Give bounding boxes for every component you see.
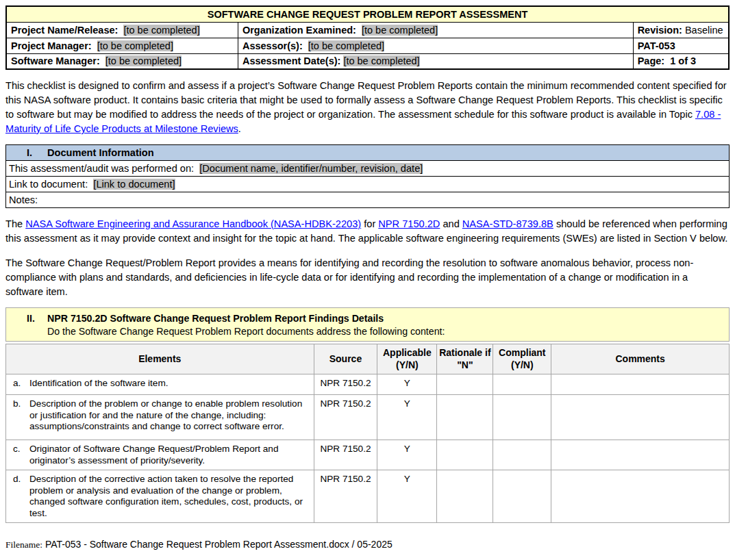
project-name-label: Project Name/Release: xyxy=(11,25,118,36)
organization-cell: Organization Examined: [to be completed] xyxy=(238,22,633,38)
comments-cell[interactable] xyxy=(551,374,730,395)
section1-number: I. xyxy=(27,147,47,158)
section1-title: Document Information xyxy=(47,147,154,158)
nasa-std-link[interactable]: NASA-STD-8739.8B xyxy=(462,218,553,229)
intro-text-end: . xyxy=(238,123,241,134)
document-header-table: SOFTWARE CHANGE REQUEST PROBLEM REPORT A… xyxy=(5,5,730,70)
organization-label: Organization Examined: xyxy=(242,25,356,36)
row-letter: a. xyxy=(13,378,29,390)
col-header-compliant: Compliant (Y/N) xyxy=(493,344,551,374)
element-text: Description of the corrective action tak… xyxy=(29,474,311,519)
header-row-1: Project Name/Release: [to be completed] … xyxy=(6,22,729,38)
link-to-document-field[interactable]: [Link to document] xyxy=(93,179,175,190)
findings-row-d: d.Description of the corrective action t… xyxy=(6,470,730,523)
col-header-elements: Elements xyxy=(6,344,314,374)
assessment-date-field[interactable]: [to be completed] xyxy=(343,55,419,66)
col-header-rationale: Rationale if "N" xyxy=(437,344,493,374)
comments-cell[interactable] xyxy=(551,440,730,470)
source-cell: NPR 7150.2 xyxy=(314,374,377,395)
assessor-cell: Assessor(s): [to be completed] xyxy=(238,38,633,53)
source-cell: NPR 7150.2 xyxy=(314,470,377,523)
compliant-cell[interactable] xyxy=(493,395,551,440)
scr-description-paragraph: The Software Change Request/Problem Repo… xyxy=(5,256,730,299)
applicable-cell[interactable]: Y xyxy=(377,395,437,440)
section1-table: I.Document Information This assessment/a… xyxy=(5,144,730,208)
assessment-date-label: Assessment Date(s): xyxy=(242,55,340,66)
intro-paragraph: This checklist is designed to confirm an… xyxy=(5,79,730,136)
compliant-cell[interactable] xyxy=(493,440,551,470)
ref-text-2: for xyxy=(361,218,378,229)
link-to-document-label: Link to document: xyxy=(9,179,90,190)
page-label: Page: xyxy=(638,55,665,66)
assessment-date-cell: Assessment Date(s): [to be completed] xyxy=(238,53,633,69)
notes-row: Notes: xyxy=(6,192,730,208)
comments-cell[interactable] xyxy=(551,395,730,440)
title-row: SOFTWARE CHANGE REQUEST PROBLEM REPORT A… xyxy=(6,6,729,22)
project-manager-label: Project Manager: xyxy=(11,40,92,51)
element-text: Originator of Software Change Request/Pr… xyxy=(29,444,311,466)
performed-on-field[interactable]: [Document name, identifier/number, revis… xyxy=(199,163,423,174)
section2-subtitle: Do the Software Change Request Problem R… xyxy=(47,326,726,337)
npr-7150-link[interactable]: NPR 7150.2D xyxy=(378,218,440,229)
rationale-cell[interactable] xyxy=(437,440,493,470)
page-footer: Filename: PAT-053 - Software Change Requ… xyxy=(5,539,393,550)
element-cell: a.Identification of the software item. xyxy=(6,374,314,395)
page-value: 1 of 3 xyxy=(670,55,696,66)
section2-title: NPR 7150.2D Software Change Request Prob… xyxy=(47,313,384,324)
document-page: SOFTWARE CHANGE REQUEST PROBLEM REPORT A… xyxy=(0,0,735,523)
findings-row-c: c.Originator of Software Change Request/… xyxy=(6,440,730,470)
section1-header-row: I.Document Information xyxy=(6,145,730,161)
revision-cell: Revision: Baseline xyxy=(633,22,729,38)
reference-paragraph: The NASA Software Engineering and Assura… xyxy=(5,217,730,246)
findings-row-a: a.Identification of the software item. N… xyxy=(6,374,730,395)
section2-banner: II. NPR 7150.2D Software Change Request … xyxy=(5,307,730,342)
software-manager-field[interactable]: [to be completed] xyxy=(105,55,182,66)
ref-text-1: The xyxy=(5,218,25,229)
applicable-cell[interactable]: Y xyxy=(377,470,437,523)
document-title: SOFTWARE CHANGE REQUEST PROBLEM REPORT A… xyxy=(6,6,729,22)
link-to-document-row: Link to document: [Link to document] xyxy=(6,177,730,192)
applicable-cell[interactable]: Y xyxy=(377,440,437,470)
section1-header: I.Document Information xyxy=(6,145,730,161)
compliant-cell[interactable] xyxy=(493,470,551,523)
pat-number: PAT-053 xyxy=(638,40,675,51)
col-header-applicable: Applicable (Y/N) xyxy=(377,344,437,374)
handbook-link[interactable]: NASA Software Engineering and Assurance … xyxy=(25,218,361,229)
element-text: Identification of the software item. xyxy=(29,378,311,390)
software-manager-label: Software Manager: xyxy=(11,55,100,66)
software-manager-cell: Software Manager: [to be completed] xyxy=(6,53,238,69)
row-letter: b. xyxy=(13,398,29,433)
performed-on-label: This assessment/audit was performed on: xyxy=(9,163,197,174)
rationale-cell[interactable] xyxy=(437,395,493,440)
link-to-document-cell: Link to document: [Link to document] xyxy=(6,177,730,192)
notes-cell[interactable]: Notes: xyxy=(6,192,730,208)
source-cell: NPR 7150.2 xyxy=(314,395,377,440)
element-cell: b.Description of the problem or change t… xyxy=(6,395,314,440)
assessor-field[interactable]: [to be completed] xyxy=(308,40,384,51)
organization-field[interactable]: [to be completed] xyxy=(362,25,438,36)
element-cell: c.Originator of Software Change Request/… xyxy=(6,440,314,470)
compliant-cell[interactable] xyxy=(493,374,551,395)
row-letter: c. xyxy=(13,444,29,466)
source-cell: NPR 7150.2 xyxy=(314,440,377,470)
findings-header-row: Elements Source Applicable (Y/N) Rationa… xyxy=(6,344,730,374)
performed-on-row: This assessment/audit was performed on: … xyxy=(6,161,730,177)
applicable-cell[interactable]: Y xyxy=(377,374,437,395)
project-name-field[interactable]: [to be completed] xyxy=(123,25,199,36)
comments-cell[interactable] xyxy=(551,470,730,523)
col-header-comments: Comments xyxy=(551,344,730,374)
intro-text: This checklist is designed to confirm an… xyxy=(5,80,727,120)
pat-number-cell: PAT-053 xyxy=(633,38,729,53)
rationale-cell[interactable] xyxy=(437,470,493,523)
element-text: Description of the problem or change to … xyxy=(29,398,311,433)
col-header-source: Source xyxy=(314,344,377,374)
rationale-cell[interactable] xyxy=(437,374,493,395)
ref-text-3: and xyxy=(440,218,462,229)
section2-heading: II. NPR 7150.2D Software Change Request … xyxy=(9,313,726,324)
project-manager-field[interactable]: [to be completed] xyxy=(97,40,173,51)
notes-label: Notes: xyxy=(9,194,38,205)
project-manager-cell: Project Manager: [to be completed] xyxy=(6,38,238,53)
findings-table: Elements Source Applicable (Y/N) Rationa… xyxy=(5,344,730,523)
revision-label: Revision: xyxy=(638,25,682,36)
project-name-cell: Project Name/Release: [to be completed] xyxy=(6,22,238,38)
